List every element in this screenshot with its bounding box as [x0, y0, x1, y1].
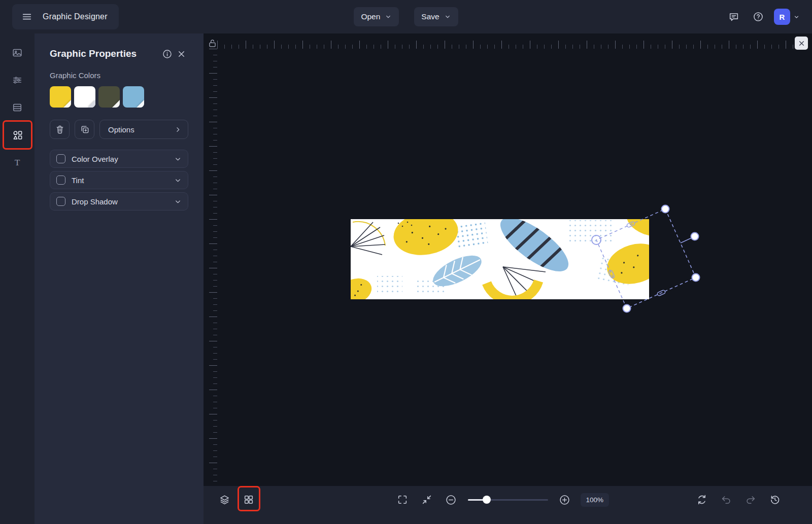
topbar: Graphic Designer Open Save R [0, 0, 812, 33]
app-title-pill: Graphic Designer [12, 4, 119, 29]
panel-title: Graphic Properties [50, 48, 160, 59]
trash-icon [55, 124, 65, 134]
color-swatch-yellow[interactable] [50, 86, 71, 108]
selection-edge-handle[interactable] [657, 290, 665, 296]
tutorial-highlight-grid-button [238, 486, 260, 511]
selection-handle-bottom[interactable] [623, 305, 631, 312]
help-button[interactable] [750, 8, 767, 25]
layout-icon [12, 102, 23, 113]
zoom-slider-knob[interactable] [483, 496, 491, 504]
drop-shadow-checkbox[interactable] [56, 197, 65, 206]
options-button[interactable]: Options [99, 120, 188, 139]
account-button[interactable]: R [774, 9, 800, 25]
color-swatch-white[interactable] [74, 86, 95, 108]
tool-templates[interactable] [0, 94, 35, 121]
color-swatch-olive[interactable] [98, 86, 120, 108]
chevron-down-icon [174, 198, 182, 205]
zoom-in-button[interactable] [556, 491, 573, 508]
delete-button[interactable] [50, 120, 70, 139]
artboard[interactable] [351, 219, 649, 299]
avatar: R [774, 9, 790, 25]
fit-screen-button[interactable] [418, 491, 435, 508]
bottombar: 100% [204, 486, 812, 524]
canvas-area: 100% [204, 33, 812, 524]
zoom-out-icon [445, 494, 457, 506]
chevron-right-icon [174, 126, 182, 133]
info-button[interactable] [160, 47, 174, 61]
save-button[interactable]: Save [414, 7, 458, 26]
ruler-horizontal [217, 37, 811, 49]
help-icon [753, 11, 764, 22]
tint-checkbox[interactable] [56, 176, 65, 185]
sync-icon [696, 494, 707, 505]
refresh-button[interactable] [693, 491, 710, 508]
text-icon: T [12, 157, 23, 168]
chevron-down-icon [444, 13, 451, 20]
fullscreen-icon [396, 494, 408, 505]
color-swatch-sky-blue[interactable] [123, 86, 144, 108]
image-icon [12, 47, 23, 58]
comments-button[interactable] [725, 8, 742, 25]
lemon-artwork [351, 219, 649, 299]
zoom-out-button[interactable] [442, 491, 459, 508]
history-icon [769, 494, 781, 505]
effect-row-color-overlay[interactable]: Color Overlay [50, 150, 188, 168]
app-title: Graphic Designer [43, 12, 108, 21]
tool-text[interactable]: T [0, 149, 35, 176]
menu-icon [21, 11, 32, 22]
duplicate-icon [80, 124, 90, 134]
fit-screen-icon [421, 494, 432, 505]
zoom-in-icon [559, 494, 570, 506]
undo-icon [721, 494, 732, 505]
sliders-icon [12, 75, 23, 86]
undo-button[interactable] [718, 491, 735, 508]
fullscreen-button[interactable] [393, 491, 411, 508]
chevron-down-icon [174, 155, 182, 163]
layers-button[interactable] [216, 491, 233, 508]
graphic-properties-panel: Graphic Properties Graphic Colors Option… [35, 33, 204, 524]
layers-icon [219, 494, 230, 506]
ruler-vertical [206, 49, 217, 484]
duplicate-button[interactable] [75, 120, 94, 139]
menu-button[interactable] [18, 8, 36, 25]
tool-images[interactable] [0, 39, 35, 66]
swatch-row [50, 86, 188, 108]
color-overlay-checkbox[interactable] [56, 154, 65, 163]
effect-row-drop-shadow[interactable]: Drop Shadow [50, 192, 188, 211]
lock-icon[interactable] [208, 38, 217, 49]
redo-icon [745, 494, 756, 505]
close-panel-button[interactable] [174, 47, 188, 61]
effect-row-tint[interactable]: Tint [50, 171, 188, 189]
close-icon [177, 49, 186, 59]
comment-icon [728, 11, 739, 22]
graphic-colors-label: Graphic Colors [50, 71, 188, 80]
tool-rail: T [0, 33, 35, 524]
chevron-down-icon [793, 14, 800, 20]
canvas-close-button[interactable] [795, 37, 808, 50]
tool-adjust[interactable] [0, 66, 35, 94]
info-icon [162, 49, 173, 59]
close-icon [798, 40, 805, 47]
selection-handle-top[interactable] [662, 205, 669, 213]
svg-text:T: T [15, 157, 20, 167]
zoom-level-badge: 100% [580, 493, 609, 507]
rotation-handle[interactable] [691, 233, 699, 240]
open-button[interactable]: Open [354, 7, 399, 26]
history-button[interactable] [766, 491, 784, 508]
chevron-down-icon [174, 177, 182, 184]
tutorial-highlight-graphics-tool [3, 120, 32, 150]
zoom-slider[interactable] [467, 491, 548, 508]
redo-button[interactable] [742, 491, 759, 508]
canvas-viewport[interactable] [217, 49, 812, 486]
chevron-down-icon [385, 13, 392, 20]
selection-handle-right[interactable] [692, 274, 700, 282]
